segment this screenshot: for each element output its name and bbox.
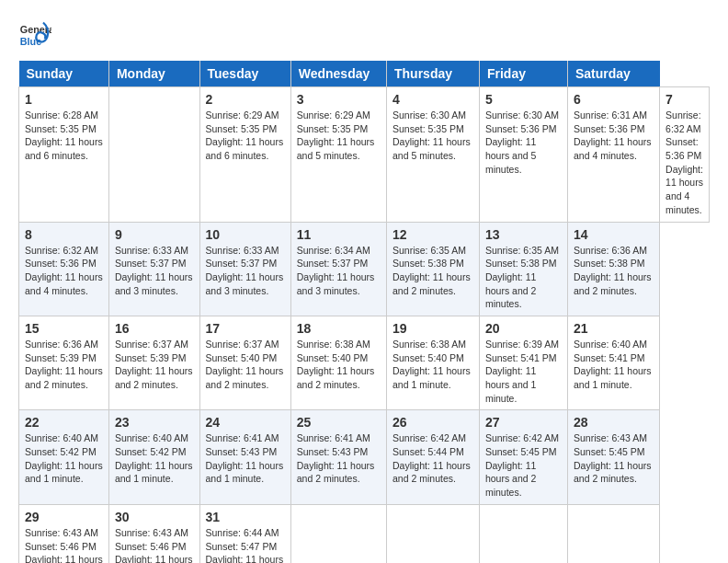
calendar-day-23: 23Sunrise: 6:40 AMSunset: 5:42 PMDayligh… <box>108 410 199 504</box>
calendar-day-22: 22Sunrise: 6:40 AMSunset: 5:42 PMDayligh… <box>19 410 109 504</box>
page-header: General Blue <box>18 18 710 52</box>
calendar-day-9: 9Sunrise: 6:33 AMSunset: 5:37 PMDaylight… <box>108 222 199 316</box>
calendar-day-6: 6Sunrise: 6:31 AMSunset: 5:36 PMDaylight… <box>567 87 659 223</box>
col-header-thursday: Thursday <box>387 61 480 87</box>
calendar-week-1: 1Sunrise: 6:28 AMSunset: 5:35 PMDaylight… <box>19 87 710 223</box>
calendar-day-28: 28Sunrise: 6:43 AMSunset: 5:45 PMDayligh… <box>567 410 659 504</box>
empty-cell <box>108 87 199 223</box>
calendar-day-8: 8Sunrise: 6:32 AMSunset: 5:36 PMDaylight… <box>19 222 109 316</box>
calendar-day-17: 17Sunrise: 6:37 AMSunset: 5:40 PMDayligh… <box>199 316 290 409</box>
calendar-day-30: 30Sunrise: 6:43 AMSunset: 5:46 PMDayligh… <box>108 504 199 563</box>
calendar-day-27: 27Sunrise: 6:42 AMSunset: 5:45 PMDayligh… <box>479 410 567 504</box>
calendar-day-21: 21Sunrise: 6:40 AMSunset: 5:41 PMDayligh… <box>567 316 659 409</box>
calendar-day-1: 1Sunrise: 6:28 AMSunset: 5:35 PMDaylight… <box>19 87 109 223</box>
calendar-day-11: 11Sunrise: 6:34 AMSunset: 5:37 PMDayligh… <box>290 222 386 316</box>
calendar-week-4: 22Sunrise: 6:40 AMSunset: 5:42 PMDayligh… <box>19 410 710 504</box>
calendar-day-12: 12Sunrise: 6:35 AMSunset: 5:38 PMDayligh… <box>387 222 480 316</box>
col-header-wednesday: Wednesday <box>290 61 386 87</box>
calendar-day-26: 26Sunrise: 6:42 AMSunset: 5:44 PMDayligh… <box>387 410 480 504</box>
calendar-day-4: 4Sunrise: 6:30 AMSunset: 5:35 PMDaylight… <box>387 87 480 223</box>
calendar-day-15: 15Sunrise: 6:36 AMSunset: 5:39 PMDayligh… <box>19 316 109 409</box>
calendar-week-5: 29Sunrise: 6:43 AMSunset: 5:46 PMDayligh… <box>19 504 710 563</box>
col-header-friday: Friday <box>479 61 567 87</box>
calendar-week-3: 15Sunrise: 6:36 AMSunset: 5:39 PMDayligh… <box>19 316 710 409</box>
col-header-monday: Monday <box>108 61 199 87</box>
calendar-day-19: 19Sunrise: 6:38 AMSunset: 5:40 PMDayligh… <box>387 316 480 409</box>
empty-cell <box>567 504 659 563</box>
calendar-week-2: 8Sunrise: 6:32 AMSunset: 5:36 PMDaylight… <box>19 222 710 316</box>
empty-cell <box>479 504 567 563</box>
calendar-day-14: 14Sunrise: 6:36 AMSunset: 5:38 PMDayligh… <box>567 222 659 316</box>
col-header-tuesday: Tuesday <box>199 61 290 87</box>
calendar-day-2: 2Sunrise: 6:29 AMSunset: 5:35 PMDaylight… <box>199 87 290 223</box>
calendar-table: SundayMondayTuesdayWednesdayThursdayFrid… <box>18 61 710 563</box>
calendar-day-16: 16Sunrise: 6:37 AMSunset: 5:39 PMDayligh… <box>108 316 199 409</box>
logo-icon: General Blue <box>18 18 51 52</box>
empty-cell <box>387 504 480 563</box>
calendar-day-13: 13Sunrise: 6:35 AMSunset: 5:38 PMDayligh… <box>479 222 567 316</box>
calendar-day-7: 7Sunrise: 6:32 AMSunset: 5:36 PMDaylight… <box>660 87 710 223</box>
calendar-day-10: 10Sunrise: 6:33 AMSunset: 5:37 PMDayligh… <box>199 222 290 316</box>
calendar-day-3: 3Sunrise: 6:29 AMSunset: 5:35 PMDaylight… <box>290 87 386 223</box>
calendar-day-24: 24Sunrise: 6:41 AMSunset: 5:43 PMDayligh… <box>199 410 290 504</box>
logo: General Blue <box>18 18 51 52</box>
empty-cell <box>290 504 386 563</box>
calendar-day-20: 20Sunrise: 6:39 AMSunset: 5:41 PMDayligh… <box>479 316 567 409</box>
calendar-day-18: 18Sunrise: 6:38 AMSunset: 5:40 PMDayligh… <box>290 316 386 409</box>
calendar-day-25: 25Sunrise: 6:41 AMSunset: 5:43 PMDayligh… <box>290 410 386 504</box>
header-row: SundayMondayTuesdayWednesdayThursdayFrid… <box>19 61 710 87</box>
calendar-day-31: 31Sunrise: 6:44 AMSunset: 5:47 PMDayligh… <box>199 504 290 563</box>
col-header-saturday: Saturday <box>567 61 659 87</box>
calendar-day-29: 29Sunrise: 6:43 AMSunset: 5:46 PMDayligh… <box>19 504 109 563</box>
col-header-sunday: Sunday <box>19 61 109 87</box>
calendar-day-5: 5Sunrise: 6:30 AMSunset: 5:36 PMDaylight… <box>479 87 567 223</box>
